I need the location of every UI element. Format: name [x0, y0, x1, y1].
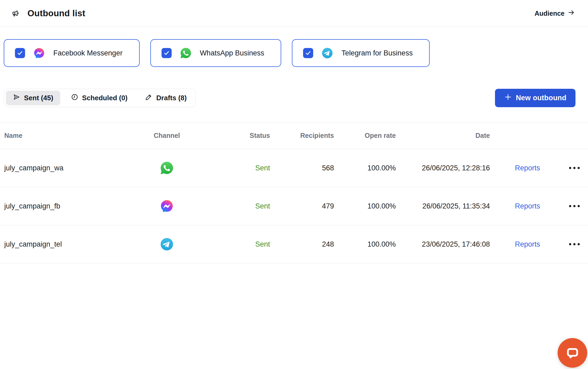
reports-link[interactable]: Reports	[515, 164, 540, 172]
table-row: july_campaign_wa Sent 568 100.00% 26/06/…	[0, 149, 588, 187]
col-name: Name	[4, 132, 148, 139]
page-header: Outbound list Audience	[0, 0, 588, 27]
audience-link-label: Audience	[534, 10, 565, 17]
campaign-name: july_campaign_wa	[4, 164, 148, 172]
reports-link[interactable]: Reports	[515, 240, 540, 248]
row-menu-button[interactable]	[566, 202, 582, 210]
tabs: Sent (45) Scheduled (0) Drafts (8)	[4, 89, 196, 107]
checkbox-checked[interactable]	[303, 48, 313, 58]
chat-bubble-icon	[564, 344, 581, 362]
channel-label: Telegram for Business	[341, 49, 413, 57]
telegram-icon	[160, 237, 174, 251]
col-recipients: Recipients	[270, 132, 334, 139]
page-title: Outbound list	[27, 8, 85, 18]
checkbox-checked[interactable]	[15, 48, 25, 58]
row-menu-button[interactable]	[566, 164, 582, 172]
table-header-row: Name Channel Status Recipients Open rate…	[0, 122, 588, 149]
new-outbound-label: New outbound	[516, 94, 566, 102]
audience-link[interactable]: Audience	[534, 9, 575, 18]
toolbar: Sent (45) Scheduled (0) Drafts (8) New o…	[0, 89, 588, 107]
tab-drafts[interactable]: Drafts (8)	[138, 91, 194, 105]
tab-label: Sent (45)	[24, 94, 53, 102]
campaign-name: july_campaign_tel	[4, 240, 148, 248]
arrow-right-icon	[568, 9, 575, 18]
status-badge: Sent	[186, 202, 270, 210]
checkbox-checked[interactable]	[162, 48, 172, 58]
telegram-icon	[321, 47, 333, 59]
chat-widget-button[interactable]	[558, 338, 587, 368]
open-rate-value: 100.00%	[334, 164, 396, 172]
open-rate-value: 100.00%	[334, 202, 396, 210]
megaphone-icon	[12, 9, 21, 18]
whatsapp-icon	[180, 47, 192, 59]
send-icon	[13, 93, 20, 103]
recipients-value: 568	[270, 164, 334, 172]
channel-card-whatsapp-business[interactable]: WhatsApp Business	[150, 39, 281, 67]
col-status: Status	[186, 132, 270, 139]
messenger-icon	[33, 47, 45, 59]
new-outbound-button[interactable]: New outbound	[495, 89, 575, 107]
whatsapp-icon	[160, 161, 174, 175]
tab-sent[interactable]: Sent (45)	[6, 91, 60, 105]
reports-link[interactable]: Reports	[515, 202, 540, 210]
channel-card-facebook-messenger[interactable]: Facebook Messenger	[4, 39, 140, 67]
status-badge: Sent	[186, 164, 270, 172]
tab-label: Scheduled (0)	[82, 94, 127, 102]
date-value: 23/06/2025, 17:46:08	[396, 240, 490, 248]
channel-label: WhatsApp Business	[200, 49, 264, 57]
col-channel: Channel	[148, 132, 186, 139]
clock-icon	[71, 93, 78, 103]
recipients-value: 479	[270, 202, 334, 210]
status-badge: Sent	[186, 240, 270, 248]
date-value: 26/06/2025, 11:35:34	[396, 202, 490, 210]
channel-filters: Facebook Messenger WhatsApp Business	[4, 39, 588, 67]
channel-card-telegram-for-business[interactable]: Telegram for Business	[292, 39, 430, 67]
table-row: july_campaign_fb Sent 479 100.00% 26/06/…	[0, 187, 588, 225]
campaign-name: july_campaign_fb	[4, 202, 148, 210]
messenger-icon	[160, 199, 174, 213]
row-menu-button[interactable]	[566, 240, 582, 248]
col-date: Date	[396, 132, 490, 139]
pencil-icon	[145, 93, 152, 103]
tab-label: Drafts (8)	[156, 94, 187, 102]
campaign-table: Name Channel Status Recipients Open rate…	[0, 122, 588, 263]
recipients-value: 248	[270, 240, 334, 248]
col-open-rate: Open rate	[334, 132, 396, 139]
plus-icon	[504, 93, 512, 103]
table-row: july_campaign_tel Sent 248 100.00% 23/06…	[0, 225, 588, 263]
date-value: 26/06/2025, 12:28:16	[396, 164, 490, 172]
channel-label: Facebook Messenger	[53, 49, 123, 57]
tab-scheduled[interactable]: Scheduled (0)	[64, 91, 134, 105]
open-rate-value: 100.00%	[334, 240, 396, 248]
